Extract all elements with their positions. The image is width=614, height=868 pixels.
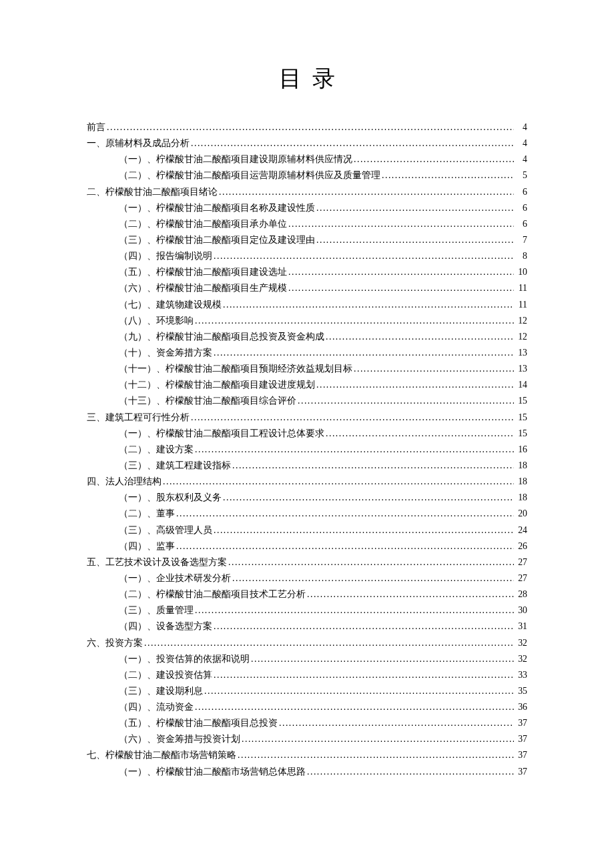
toc-page-number: 11 bbox=[515, 297, 527, 313]
toc-label: （一）、柠檬酸甘油二酸酯项目名称及建设性质 bbox=[119, 200, 315, 216]
toc-entry[interactable]: （二）、柠檬酸甘油二酸酯项目技术工艺分析28 bbox=[87, 586, 527, 602]
toc-leader-dots bbox=[176, 506, 514, 522]
toc-page-number: 37 bbox=[515, 764, 527, 780]
toc-page-number: 4 bbox=[515, 135, 527, 151]
toc-page-number: 4 bbox=[515, 119, 527, 135]
toc-page-number: 18 bbox=[515, 490, 527, 506]
toc-leader-dots bbox=[307, 764, 514, 780]
toc-entry[interactable]: （四）、报告编制说明8 bbox=[87, 248, 527, 264]
toc-leader-dots bbox=[195, 313, 514, 329]
toc-leader-dots bbox=[251, 651, 514, 667]
toc-leader-dots bbox=[288, 264, 514, 280]
page-title: 目录 bbox=[87, 63, 527, 94]
toc-entry[interactable]: （四）、流动资金36 bbox=[87, 699, 527, 715]
toc-entry[interactable]: （九）、柠檬酸甘油二酸酯项目总投资及资金构成12 bbox=[87, 329, 527, 345]
toc-entry[interactable]: （十三）、柠檬酸甘油二酸酯项目综合评价15 bbox=[87, 393, 527, 409]
toc-entry[interactable]: （十）、资金筹措方案13 bbox=[87, 345, 527, 361]
toc-leader-dots bbox=[232, 458, 514, 474]
toc-entry[interactable]: 四、法人治理结构18 bbox=[87, 474, 527, 490]
toc-entry[interactable]: （六）、柠檬酸甘油二酸酯项目生产规模11 bbox=[87, 280, 527, 296]
toc-leader-dots bbox=[195, 602, 514, 618]
toc-label: 前言 bbox=[87, 119, 105, 135]
toc-entry[interactable]: （三）、质量管理30 bbox=[87, 602, 527, 618]
toc-page-number: 12 bbox=[515, 329, 527, 345]
toc-entry[interactable]: （六）、资金筹措与投资计划37 bbox=[87, 731, 527, 747]
toc-label: （三）、建设期利息 bbox=[119, 683, 203, 699]
toc-entry[interactable]: （一）、柠檬酸甘油二酸酯项目名称及建设性质6 bbox=[87, 200, 527, 216]
toc-entry[interactable]: （一）、柠檬酸甘油二酸酯项目工程设计总体要求15 bbox=[87, 426, 527, 442]
toc-entry[interactable]: （十二）、柠檬酸甘油二酸酯项目建设进度规划14 bbox=[87, 377, 527, 393]
toc-label: （一）、股东权利及义务 bbox=[119, 490, 222, 506]
toc-page-number: 6 bbox=[515, 200, 527, 216]
toc-leader-dots bbox=[238, 747, 514, 763]
toc-container: 前言4一、原辅材料及成品分析4（一）、柠檬酸甘油二酸酯项目建设期原辅材料供应情况… bbox=[87, 119, 527, 780]
toc-entry[interactable]: （五）、柠檬酸甘油二酸酯项目总投资37 bbox=[87, 715, 527, 731]
toc-entry[interactable]: （二）、柠檬酸甘油二酸酯项目承办单位6 bbox=[87, 216, 527, 232]
toc-label: （二）、建设方案 bbox=[119, 442, 194, 458]
toc-page-number: 14 bbox=[515, 377, 527, 393]
toc-leader-dots bbox=[163, 474, 514, 490]
toc-entry[interactable]: （四）、设备选型方案31 bbox=[87, 618, 527, 634]
toc-entry[interactable]: （十一）、柠檬酸甘油二酸酯项目预期经济效益规划目标13 bbox=[87, 361, 527, 377]
toc-leader-dots bbox=[326, 426, 514, 442]
toc-entry[interactable]: （三）、建筑工程建设指标18 bbox=[87, 458, 527, 474]
toc-entry[interactable]: （二）、建设投资估算33 bbox=[87, 667, 527, 683]
toc-label: 六、投资方案 bbox=[87, 635, 143, 651]
toc-label: 二、柠檬酸甘油二酸酯项目绪论 bbox=[87, 184, 218, 200]
toc-entry[interactable]: （三）、建设期利息35 bbox=[87, 683, 527, 699]
toc-leader-dots bbox=[191, 410, 514, 426]
toc-leader-dots bbox=[223, 297, 514, 313]
toc-label: （三）、建筑工程建设指标 bbox=[119, 458, 231, 474]
toc-entry[interactable]: 前言4 bbox=[87, 119, 527, 135]
toc-entry[interactable]: （二）、董事20 bbox=[87, 506, 527, 522]
toc-entry[interactable]: 二、柠檬酸甘油二酸酯项目绪论6 bbox=[87, 184, 527, 200]
toc-label: （二）、柠檬酸甘油二酸酯项目技术工艺分析 bbox=[119, 586, 306, 602]
toc-entry[interactable]: 七、柠檬酸甘油二酸酯市场营销策略37 bbox=[87, 747, 527, 763]
toc-entry[interactable]: 一、原辅材料及成品分析4 bbox=[87, 135, 527, 151]
toc-entry[interactable]: （七）、建筑物建设规模11 bbox=[87, 297, 527, 313]
toc-leader-dots bbox=[316, 232, 514, 248]
toc-page-number: 31 bbox=[515, 618, 527, 634]
toc-entry[interactable]: （一）、投资估算的依据和说明32 bbox=[87, 651, 527, 667]
toc-entry[interactable]: （一）、股东权利及义务18 bbox=[87, 490, 527, 506]
toc-entry[interactable]: （三）、高级管理人员24 bbox=[87, 522, 527, 538]
toc-label: （三）、质量管理 bbox=[119, 602, 194, 618]
toc-entry[interactable]: 六、投资方案32 bbox=[87, 635, 527, 651]
toc-entry[interactable]: （二）、柠檬酸甘油二酸酯项目运营期原辅材料供应及质量管理5 bbox=[87, 167, 527, 183]
toc-leader-dots bbox=[298, 393, 514, 409]
toc-page-number: 11 bbox=[515, 280, 527, 296]
toc-entry[interactable]: （一）、柠檬酸甘油二酸酯项目建设期原辅材料供应情况4 bbox=[87, 151, 527, 167]
toc-label: （五）、柠檬酸甘油二酸酯项目建设选址 bbox=[119, 264, 287, 280]
toc-leader-dots bbox=[232, 570, 514, 586]
toc-entry[interactable]: （一）、企业技术研发分析27 bbox=[87, 570, 527, 586]
toc-label: （十三）、柠檬酸甘油二酸酯项目综合评价 bbox=[119, 393, 296, 409]
toc-page-number: 27 bbox=[515, 570, 527, 586]
toc-page-number: 27 bbox=[515, 554, 527, 570]
toc-label: （一）、企业技术研发分析 bbox=[119, 570, 231, 586]
toc-leader-dots bbox=[316, 200, 514, 216]
toc-leader-dots bbox=[195, 442, 514, 458]
toc-label: （二）、柠檬酸甘油二酸酯项目运营期原辅材料供应及质量管理 bbox=[119, 167, 380, 183]
toc-entry[interactable]: （四）、监事26 bbox=[87, 538, 527, 554]
toc-label: （三）、柠檬酸甘油二酸酯项目定位及建设理由 bbox=[119, 232, 315, 248]
toc-entry[interactable]: （三）、柠檬酸甘油二酸酯项目定位及建设理由7 bbox=[87, 232, 527, 248]
toc-page-number: 15 bbox=[515, 410, 527, 426]
toc-label: （一）、投资估算的依据和说明 bbox=[119, 651, 250, 667]
toc-entry[interactable]: （五）、柠檬酸甘油二酸酯项目建设选址10 bbox=[87, 264, 527, 280]
toc-label: （二）、建设投资估算 bbox=[119, 667, 212, 683]
toc-leader-dots bbox=[354, 361, 514, 377]
toc-label: （八）、环境影响 bbox=[119, 313, 194, 329]
toc-page-number: 5 bbox=[515, 167, 527, 183]
toc-leader-dots bbox=[204, 683, 514, 699]
toc-leader-dots bbox=[195, 699, 514, 715]
toc-leader-dots bbox=[219, 184, 514, 200]
toc-entry[interactable]: （二）、建设方案16 bbox=[87, 442, 527, 458]
toc-leader-dots bbox=[316, 377, 514, 393]
toc-entry[interactable]: 五、工艺技术设计及设备选型方案27 bbox=[87, 554, 527, 570]
toc-leader-dots bbox=[279, 715, 514, 731]
toc-entry[interactable]: 三、建筑工程可行性分析15 bbox=[87, 410, 527, 426]
toc-page-number: 6 bbox=[515, 184, 527, 200]
toc-entry[interactable]: （一）、柠檬酸甘油二酸酯市场营销总体思路37 bbox=[87, 764, 527, 780]
toc-page-number: 15 bbox=[515, 426, 527, 442]
toc-entry[interactable]: （八）、环境影响12 bbox=[87, 313, 527, 329]
